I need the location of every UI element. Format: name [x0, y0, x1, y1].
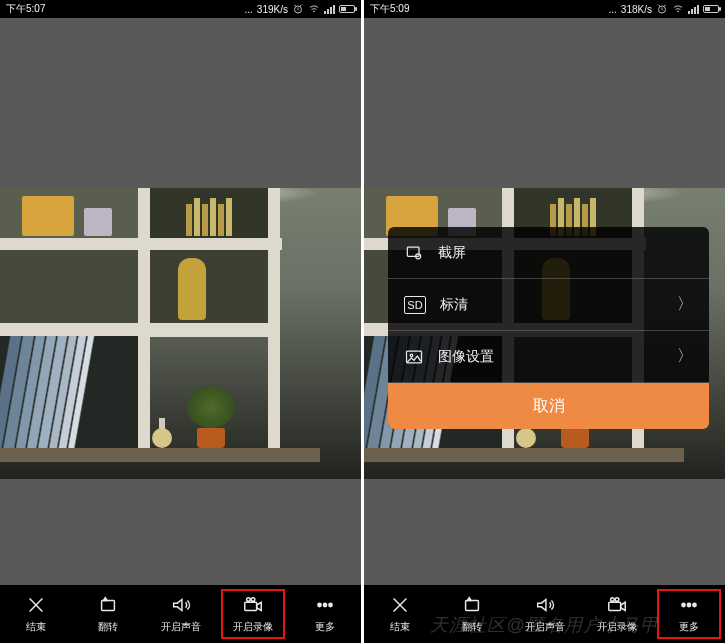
menu-label: 图像设置 [438, 348, 494, 366]
more-menu-popup: 截屏 SD 标清 〉 图像设置 〉 取消 [388, 227, 709, 429]
signal-icon [324, 5, 335, 14]
flip-button[interactable]: 翻转 [72, 585, 144, 643]
svg-point-16 [615, 598, 619, 602]
more-button[interactable]: 更多 [289, 585, 361, 643]
menu-item-screenshot[interactable]: 截屏 [388, 227, 709, 279]
status-right: ... 319K/s [245, 3, 355, 15]
screenshot-icon [404, 243, 424, 263]
sound-label: 开启声音 [161, 620, 201, 634]
status-speed: 319K/s [257, 4, 288, 15]
bottom-toolbar: 结束 翻转 开启声音 开启录像 更多 [364, 585, 725, 643]
svg-rect-14 [608, 602, 620, 610]
more-label: 更多 [679, 620, 699, 634]
sound-icon [534, 594, 556, 616]
menu-cancel-button[interactable]: 取消 [388, 383, 709, 429]
svg-point-4 [251, 598, 255, 602]
record-button[interactable]: 开启录像 [217, 585, 289, 643]
more-label: 更多 [315, 620, 335, 634]
more-button[interactable]: 更多 [653, 585, 725, 643]
flip-label: 翻转 [462, 620, 482, 634]
alarm-icon [656, 3, 668, 15]
end-label: 结束 [390, 620, 410, 634]
menu-label: 标清 [440, 296, 468, 314]
battery-icon [339, 5, 355, 13]
battery-icon [703, 5, 719, 13]
chevron-right-icon: 〉 [677, 294, 693, 315]
close-icon [389, 594, 411, 616]
menu-item-image-settings[interactable]: 图像设置 〉 [388, 331, 709, 383]
sd-icon: SD [404, 296, 426, 314]
wifi-icon [672, 3, 684, 15]
sound-icon [170, 594, 192, 616]
status-time: 下午5:07 [6, 2, 245, 16]
end-button[interactable]: 结束 [364, 585, 436, 643]
record-label: 开启录像 [597, 620, 637, 634]
close-icon [25, 594, 47, 616]
svg-rect-2 [244, 602, 256, 610]
cancel-label: 取消 [533, 396, 565, 417]
svg-point-19 [693, 603, 696, 606]
alarm-icon [292, 3, 304, 15]
status-bar: 下午5:09 ... 318K/s [364, 0, 725, 18]
status-time: 下午5:09 [370, 2, 609, 16]
flip-icon [461, 594, 483, 616]
svg-rect-1 [102, 600, 115, 610]
flip-button[interactable]: 翻转 [436, 585, 508, 643]
camcorder-icon [242, 594, 264, 616]
svg-point-18 [687, 603, 690, 606]
sound-label: 开启声音 [525, 620, 565, 634]
svg-point-17 [682, 603, 685, 606]
flip-icon [97, 594, 119, 616]
record-label: 开启录像 [233, 620, 273, 634]
svg-point-6 [323, 603, 326, 606]
svg-point-5 [318, 603, 321, 606]
svg-rect-9 [407, 247, 419, 256]
more-icon [678, 594, 700, 616]
bottom-toolbar: 结束 翻转 开启声音 开启录像 更多 [0, 585, 361, 643]
camera-feed[interactable] [0, 188, 361, 479]
chevron-right-icon: 〉 [677, 346, 693, 367]
wifi-icon [308, 3, 320, 15]
end-label: 结束 [26, 620, 46, 634]
status-bar: 下午5:07 ... 319K/s [0, 0, 361, 18]
flip-label: 翻转 [98, 620, 118, 634]
svg-point-12 [410, 354, 413, 357]
sound-button[interactable]: 开启声音 [144, 585, 216, 643]
end-button[interactable]: 结束 [0, 585, 72, 643]
menu-label: 截屏 [438, 244, 466, 262]
screen-right: 下午5:09 ... 318K/s 截屏 SD [364, 0, 725, 643]
camcorder-icon [606, 594, 628, 616]
svg-point-3 [246, 598, 250, 602]
menu-item-quality[interactable]: SD 标清 〉 [388, 279, 709, 331]
sound-button[interactable]: 开启声音 [508, 585, 580, 643]
svg-point-7 [329, 603, 332, 606]
svg-rect-13 [466, 600, 479, 610]
status-right: ... 318K/s [609, 3, 719, 15]
status-speed: 318K/s [621, 4, 652, 15]
image-icon [404, 347, 424, 367]
more-icon [314, 594, 336, 616]
screen-left: 下午5:07 ... 319K/s 结束 翻转 [0, 0, 361, 643]
record-button[interactable]: 开启录像 [581, 585, 653, 643]
signal-icon [688, 5, 699, 14]
svg-point-15 [610, 598, 614, 602]
